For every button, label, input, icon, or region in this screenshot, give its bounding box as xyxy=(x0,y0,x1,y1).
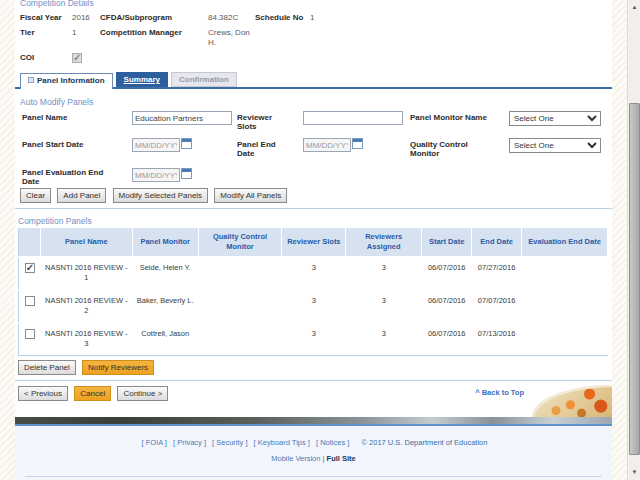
footer-link-notices[interactable]: Notices xyxy=(316,438,349,447)
competition-panels-title: Competition Panels xyxy=(18,216,612,226)
reviewer-slots-label: Reviewer Slots xyxy=(237,113,282,131)
panel-monitor-name-label: Panel Monitor Name xyxy=(410,113,505,122)
panel-monitor-cell: Cottrell, Jason xyxy=(132,323,198,356)
footer-link-keyboard-tips[interactable]: Keyboard Tips xyxy=(254,438,310,447)
scrollbar-thumb[interactable] xyxy=(629,103,640,455)
continue-button[interactable]: Continue > xyxy=(117,386,168,401)
row-checkbox[interactable] xyxy=(25,296,35,306)
reviewer-slots-cell: 3 xyxy=(282,323,346,356)
table-header-row: Panel Name Panel Monitor Quality Control… xyxy=(19,228,608,257)
end-date-cell: 07/27/2016 xyxy=(472,257,522,290)
footer-link-foia[interactable]: FOIA xyxy=(142,438,167,447)
reviewers-assigned-header: Reviewers Assigned xyxy=(346,228,422,257)
competition-manager-label: Competition Manager xyxy=(100,28,208,48)
calendar-icon[interactable] xyxy=(181,138,192,149)
section-divider xyxy=(15,208,612,209)
competition-details-grid: Fiscal Year 2016 CFDA/Subprogram 84.382C… xyxy=(20,13,612,63)
start-date-cell: 06/07/2016 xyxy=(422,323,472,356)
reviewer-slots-input[interactable] xyxy=(303,111,403,125)
form-buttons: Clear Add Panel Modify Selected Panels M… xyxy=(20,188,612,203)
previous-button[interactable]: < Previous xyxy=(18,386,68,401)
scroll-down-arrow-icon[interactable]: ▼ xyxy=(628,465,640,480)
panel-name-header: Panel Name xyxy=(40,228,132,257)
panel-name-input[interactable] xyxy=(132,111,232,125)
auto-modify-panels-title: Auto Modify Panels xyxy=(20,97,612,107)
quality-control-monitor-label: Quality Control Monitor xyxy=(410,140,480,158)
panel-monitor-cell: Baker, Beverly L. xyxy=(132,290,198,323)
start-date-cell: 06/07/2016 xyxy=(422,257,472,290)
end-date-cell: 07/13/2016 xyxy=(472,323,522,356)
reviewers-assigned-cell: 3 xyxy=(346,323,422,356)
reviewers-assigned-cell: 3 xyxy=(346,290,422,323)
table-row: NASNTI 2016 REVIEW - 2 Baker, Beverly L.… xyxy=(19,290,608,323)
schedule-no-label: Schedule No xyxy=(255,13,310,23)
table-actions: Delete Panel Notify Reviewers xyxy=(18,360,612,375)
footer: FOIA Privacy Security Keyboard Tips Noti… xyxy=(15,426,612,480)
calendar-icon[interactable] xyxy=(181,168,192,179)
tab-panel-information[interactable]: Panel Information xyxy=(20,73,113,89)
tab-summary[interactable]: Summary xyxy=(116,72,168,87)
schedule-no-value: 1 xyxy=(310,13,612,23)
panel-monitor-header: Panel Monitor xyxy=(132,228,198,257)
panel-monitor-cell: Seide, Helen Y. xyxy=(132,257,198,290)
row-checkbox[interactable] xyxy=(25,329,35,339)
competition-details-title: Competition Details xyxy=(20,0,612,8)
cancel-button[interactable]: Cancel xyxy=(74,386,111,401)
panel-start-date-label: Panel Start Date xyxy=(22,140,83,149)
start-date-cell: 06/07/2016 xyxy=(422,290,472,323)
cfda-label: CFDA/Subprogram xyxy=(100,13,208,23)
quality-control-monitor-select[interactable]: Select One xyxy=(509,138,601,153)
panel-evaluation-end-date-input[interactable] xyxy=(132,168,180,182)
panel-end-date-input[interactable] xyxy=(303,138,351,152)
panel-name-label: Panel Name xyxy=(22,113,67,122)
start-date-header: Start Date xyxy=(422,228,472,257)
modify-all-panels-button[interactable]: Modify All Panels xyxy=(214,188,287,203)
footer-divider xyxy=(25,476,602,477)
calendar-icon[interactable] xyxy=(352,138,363,149)
end-date-cell: 07/07/2016 xyxy=(472,290,522,323)
reviewers-assigned-cell: 3 xyxy=(346,257,422,290)
panel-name-cell: NASNTI 2016 REVIEW - 3 xyxy=(40,323,132,356)
scroll-up-arrow-icon[interactable]: ▲ xyxy=(628,0,640,15)
qc-monitor-header: Quality Control Monitor xyxy=(198,228,282,257)
footer-link-security[interactable]: Security xyxy=(212,438,247,447)
tab-confirmation: Confirmation xyxy=(171,72,237,87)
mobile-version-link[interactable]: Mobile Version xyxy=(271,454,320,463)
row-checkbox[interactable] xyxy=(25,263,35,273)
qc-monitor-cell xyxy=(198,323,282,356)
fiscal-year-value: 2016 xyxy=(72,13,100,23)
reviewer-slots-cell: 3 xyxy=(282,257,346,290)
panel-monitor-select[interactable]: Select One xyxy=(509,111,601,126)
footer-links: FOIA Privacy Security Keyboard Tips Noti… xyxy=(15,438,612,447)
back-to-top-link[interactable]: ^ Back to Top xyxy=(475,388,524,397)
add-panel-button[interactable]: Add Panel xyxy=(57,188,106,203)
reviewer-slots-header: Reviewer Slots xyxy=(282,228,346,257)
delete-panel-button[interactable]: Delete Panel xyxy=(18,360,76,375)
evaluation-end-date-cell xyxy=(522,257,608,290)
evaluation-end-date-header: Evaluation End Date xyxy=(522,228,608,257)
qc-monitor-cell xyxy=(198,290,282,323)
footer-separator: | xyxy=(323,454,325,463)
tab-strip: Panel Information Summary Confirmation xyxy=(15,70,612,89)
coi-label: COI xyxy=(20,53,72,63)
table-row: NASNTI 2016 REVIEW - 3 Cottrell, Jason 3… xyxy=(19,323,608,356)
evaluation-end-date-cell xyxy=(522,323,608,356)
vertical-scrollbar[interactable]: ▲ ▼ xyxy=(627,0,640,480)
full-site-label: Full Site xyxy=(327,454,356,463)
footer-link-privacy[interactable]: Privacy xyxy=(173,438,206,447)
clear-button[interactable]: Clear xyxy=(20,188,51,203)
tier-label: Tier xyxy=(20,28,72,48)
modify-selected-panels-button[interactable]: Modify Selected Panels xyxy=(113,188,209,203)
notify-reviewers-button[interactable]: Notify Reviewers xyxy=(82,360,154,375)
copyright-text: © 2017 U.S. Department of Education xyxy=(361,438,487,447)
decorative-photo-bar xyxy=(15,417,612,424)
panel-name-cell: NASNTI 2016 REVIEW - 2 xyxy=(40,290,132,323)
table-row: NASNTI 2016 REVIEW - 1 Seide, Helen Y. 3… xyxy=(19,257,608,290)
coi-checkbox xyxy=(72,53,82,63)
section-divider xyxy=(15,380,612,381)
qc-monitor-cell xyxy=(198,257,282,290)
competition-panels-table: Panel Name Panel Monitor Quality Control… xyxy=(18,228,608,356)
page: Competition Details Fiscal Year 2016 CFD… xyxy=(0,0,640,480)
reviewer-slots-cell: 3 xyxy=(282,290,346,323)
panel-start-date-input[interactable] xyxy=(132,138,180,152)
